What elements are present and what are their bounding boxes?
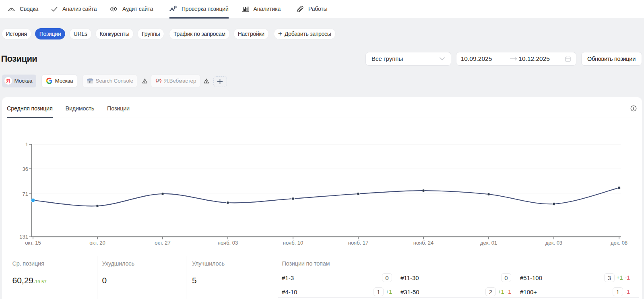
svg-text:дек. 08: дек. 08	[611, 240, 627, 246]
svg-text:1: 1	[25, 141, 28, 147]
svg-text:нояб. 17: нояб. 17	[348, 240, 369, 246]
svg-text:131: 131	[19, 234, 28, 240]
svg-text:нояб. 10: нояб. 10	[283, 240, 303, 246]
svg-text:нояб. 03: нояб. 03	[218, 240, 238, 246]
svg-text:окт. 27: окт. 27	[155, 240, 170, 246]
svg-text:окт. 15: окт. 15	[25, 240, 41, 246]
svg-text:нояб. 24: нояб. 24	[413, 240, 434, 246]
svg-text:окт. 20: окт. 20	[89, 240, 105, 246]
svg-text:дек. 01: дек. 01	[480, 240, 497, 246]
svg-text:дек. 03: дек. 03	[545, 240, 562, 246]
svg-text:36: 36	[23, 166, 28, 172]
svg-text:71: 71	[23, 191, 28, 197]
